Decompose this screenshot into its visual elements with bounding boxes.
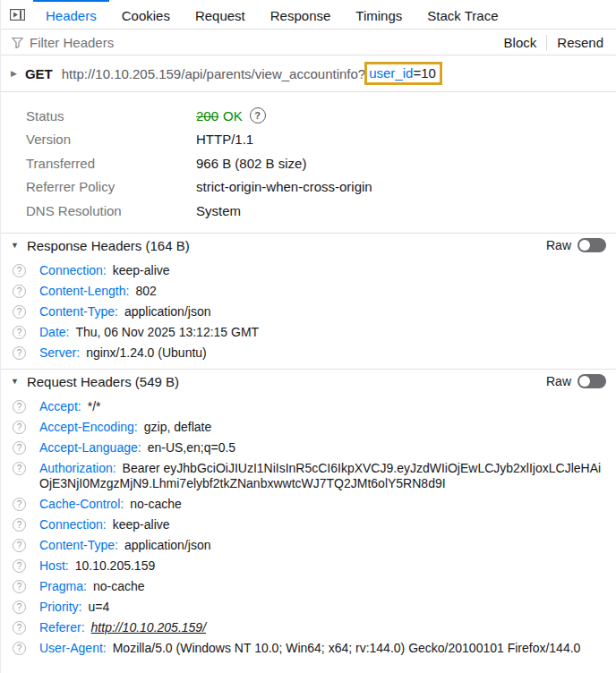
summary-value: 966 B (802 B size): [196, 156, 306, 171]
header-help-icon[interactable]: ?: [13, 621, 26, 635]
header-value: Mozilla/5.0 (Windows NT 10.0; Win64; x64…: [113, 641, 581, 655]
header-name[interactable]: Pragma: [39, 579, 87, 593]
header-name[interactable]: Accept-Encoding: [39, 420, 138, 434]
header-help-icon[interactable]: ?: [13, 305, 26, 319]
header-help-icon[interactable]: ?: [13, 559, 26, 573]
header-row: ? Content-Typeapplication/json: [1, 302, 616, 322]
header-row: ? Cache-Controlno-cache: [1, 494, 616, 515]
header-help-icon[interactable]: ?: [13, 285, 26, 298]
header-value: application/json: [124, 538, 211, 552]
header-name[interactable]: Connection: [39, 263, 107, 277]
chevron-down-icon[interactable]: ▼: [11, 241, 19, 250]
tab-headers[interactable]: Headers: [33, 0, 109, 29]
header-name[interactable]: Accept-Language: [39, 440, 141, 455]
header-value: no-cache: [93, 579, 145, 593]
header-row: ? Servernginx/1.24.0 (Ubuntu): [1, 343, 616, 363]
query-param-value: =10: [413, 65, 435, 81]
collapse-panel-icon: [10, 9, 25, 21]
status-code: 200: [196, 108, 218, 124]
header-name[interactable]: Date: [39, 325, 69, 339]
header-value: nginx/1.24.0 (Ubuntu): [86, 345, 207, 360]
header-row: ? Connectionkeep-alive: [1, 515, 616, 535]
chevron-right-icon[interactable]: ▶: [11, 69, 17, 78]
resend-button[interactable]: Resend: [553, 35, 607, 50]
summary-label: Version: [26, 132, 196, 147]
summary-row-transferred: Transferred 966 B (802 B size): [1, 151, 616, 175]
header-help-icon[interactable]: ?: [13, 462, 26, 475]
header-name[interactable]: Cache-Control: [39, 497, 124, 511]
header-name[interactable]: Server: [39, 345, 80, 360]
chevron-down-icon[interactable]: ▼: [11, 377, 19, 386]
response-raw-toggle-wrap: Raw: [546, 238, 606, 252]
referer-link[interactable]: http://10.10.205.159/: [91, 620, 206, 635]
toggle-knob: [579, 240, 590, 251]
block-button[interactable]: Block: [500, 35, 541, 50]
summary-label: DNS Resolution: [26, 203, 196, 218]
header-name[interactable]: Priority: [39, 600, 81, 614]
tab-response[interactable]: Response: [258, 0, 344, 29]
header-name[interactable]: Content-Type: [39, 304, 118, 319]
request-headers-title: Request Headers (549 B): [27, 374, 179, 389]
details-pane-tabbar: Headers Cookies Request Response Timings…: [1, 0, 616, 30]
tab-request[interactable]: Request: [183, 0, 258, 29]
header-value: keep-alive: [113, 517, 170, 532]
header-help-icon[interactable]: ?: [13, 539, 26, 552]
header-help-icon[interactable]: ?: [13, 346, 26, 360]
raw-toggle-label: Raw: [546, 238, 571, 252]
header-value: 802: [135, 284, 156, 298]
header-name[interactable]: Authorization: [39, 461, 116, 475]
header-value: no-cache: [130, 497, 182, 511]
tab-timings[interactable]: Timings: [343, 0, 415, 29]
response-raw-toggle[interactable]: [578, 238, 606, 252]
header-name[interactable]: Referer: [39, 620, 85, 635]
header-help-icon[interactable]: ?: [13, 642, 26, 655]
summary-label: Referrer Policy: [26, 179, 196, 194]
request-headers-list: ? Accept*/* ? Accept-Encodinggzip, defla…: [1, 394, 616, 664]
header-help-icon[interactable]: ?: [13, 400, 26, 413]
header-help-icon[interactable]: ?: [13, 518, 26, 532]
header-help-icon[interactable]: ?: [13, 498, 26, 511]
header-row: ? Host10.10.205.159: [1, 556, 616, 576]
header-value: u=4: [88, 600, 109, 614]
status-text: OK: [223, 108, 243, 124]
filter-icon: [12, 37, 23, 48]
response-headers-list: ? Connectionkeep-alive ? Content-Length8…: [1, 258, 616, 369]
header-value: application/json: [124, 304, 211, 319]
headers-filter-bar: Block Resend: [1, 30, 616, 55]
summary-value: strict-origin-when-cross-origin: [196, 179, 372, 194]
status-help-icon[interactable]: ?: [250, 107, 266, 124]
tab-cookies[interactable]: Cookies: [109, 0, 183, 29]
filter-headers-input[interactable]: [30, 35, 500, 50]
toolbar-separator: [546, 35, 547, 50]
header-value: 10.10.205.159: [75, 558, 156, 573]
collapse-panel-button[interactable]: [1, 0, 33, 29]
request-url: http://10.10.205.159/api/parents/view_ac…: [62, 66, 358, 81]
header-help-icon[interactable]: ?: [13, 326, 26, 339]
header-help-icon[interactable]: ?: [13, 264, 26, 277]
header-help-icon[interactable]: ?: [13, 441, 26, 455]
header-help-icon[interactable]: ?: [13, 580, 26, 593]
header-row: ? Pragmano-cache: [1, 576, 616, 597]
header-row: ? Content-Typeapplication/json: [1, 535, 616, 556]
header-name[interactable]: Content-Length: [39, 284, 129, 298]
response-headers-section-header[interactable]: ▼ Response Headers (164 B) Raw: [1, 233, 616, 258]
header-name[interactable]: Accept: [39, 399, 81, 413]
header-row: ? Accept*/*: [1, 396, 616, 417]
header-value: Thu, 06 Nov 2025 13:12:15 GMT: [75, 325, 259, 339]
header-name[interactable]: User-Agent: [39, 641, 107, 655]
status-value: 200 OK ?: [196, 107, 266, 124]
header-name[interactable]: Host: [39, 558, 69, 573]
request-summary-row[interactable]: ▶ GET http://10.10.205.159/api/parents/v…: [1, 55, 616, 92]
header-help-icon[interactable]: ?: [13, 601, 26, 614]
summary-label: Transferred: [26, 156, 196, 171]
header-help-icon[interactable]: ?: [13, 421, 26, 434]
request-headers-section-header[interactable]: ▼ Request Headers (549 B) Raw: [1, 369, 616, 394]
header-name[interactable]: Content-Type: [39, 538, 118, 552]
header-name[interactable]: Connection: [39, 517, 107, 532]
header-row: ? User-AgentMozilla/5.0 (Windows NT 10.0…: [1, 638, 616, 659]
header-row: ? Content-Length802: [1, 281, 616, 302]
summary-row-referrer-policy: Referrer Policy strict-origin-when-cross…: [1, 175, 616, 200]
tab-stack-trace[interactable]: Stack Trace: [415, 0, 510, 29]
query-param-name: user_id: [369, 65, 413, 81]
request-raw-toggle[interactable]: [578, 374, 606, 388]
